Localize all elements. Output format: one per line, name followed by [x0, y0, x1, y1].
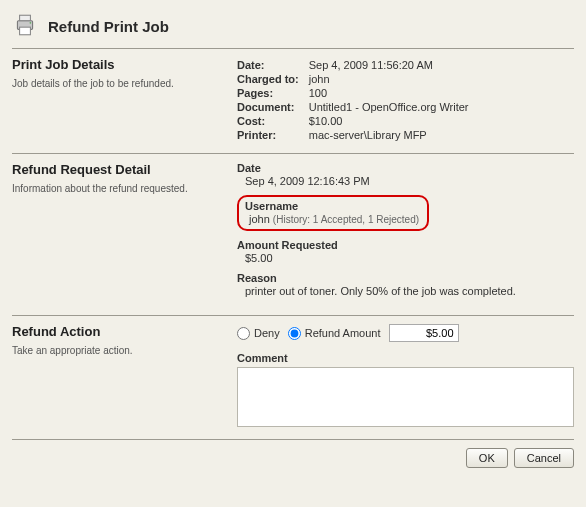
label-date: Date: — [237, 59, 309, 71]
section-desc: Job details of the job to be refunded. — [12, 78, 227, 89]
section-print-job-details: Print Job Details Job details of the job… — [12, 48, 574, 153]
value-amount-requested: $5.00 — [237, 252, 574, 264]
label-amount-requested: Amount Requested — [237, 239, 574, 251]
label-pages: Pages: — [237, 87, 309, 99]
label-charged-to: Charged to: — [237, 73, 309, 85]
username-highlight: Username john (History: 1 Accepted, 1 Re… — [237, 195, 429, 231]
radio-deny[interactable] — [237, 327, 250, 340]
section-heading: Refund Request Detail — [12, 162, 227, 177]
cancel-button[interactable]: Cancel — [514, 448, 574, 468]
label-comment: Comment — [237, 352, 574, 364]
comment-textarea[interactable] — [237, 367, 574, 427]
section-refund-request: Refund Request Detail Information about … — [12, 153, 574, 315]
refund-amount-input[interactable] — [389, 324, 459, 342]
value-reason: printer out of toner. Only 50% of the jo… — [237, 285, 574, 297]
section-heading: Refund Action — [12, 324, 227, 339]
value-pages: 100 — [309, 87, 469, 99]
radio-refund[interactable] — [288, 327, 301, 340]
svg-rect-1 — [20, 15, 31, 20]
value-username: john (History: 1 Accepted, 1 Rejected) — [245, 213, 419, 225]
value-date: Sep 4, 2009 11:56:20 AM — [309, 59, 469, 71]
label-cost: Cost: — [237, 115, 309, 127]
dialog-title: Refund Print Job — [48, 18, 169, 35]
value-charged-to: john — [309, 73, 469, 85]
dialog-header: Refund Print Job — [12, 8, 574, 48]
label-document: Document: — [237, 101, 309, 113]
section-desc: Take an appropriate action. — [12, 345, 227, 356]
username-history: (History: 1 Accepted, 1 Rejected) — [273, 214, 419, 225]
printer-icon — [12, 12, 38, 40]
label-request-date: Date — [237, 162, 574, 174]
label-printer: Printer: — [237, 129, 309, 141]
svg-rect-2 — [20, 27, 31, 35]
value-cost: $10.00 — [309, 115, 469, 127]
section-desc: Information about the refund requested. — [12, 183, 227, 194]
radio-refund-label[interactable]: Refund Amount — [288, 327, 381, 340]
value-printer: mac-server\Library MFP — [309, 129, 469, 141]
label-reason: Reason — [237, 272, 574, 284]
section-refund-action: Refund Action Take an appropriate action… — [12, 315, 574, 439]
svg-point-3 — [30, 22, 32, 24]
radio-deny-label[interactable]: Deny — [237, 327, 280, 340]
section-heading: Print Job Details — [12, 57, 227, 72]
dialog-buttons: OK Cancel — [12, 439, 574, 468]
label-username: Username — [245, 200, 419, 212]
ok-button[interactable]: OK — [466, 448, 508, 468]
value-request-date: Sep 4, 2009 12:16:43 PM — [237, 175, 574, 187]
value-document: Untitled1 - OpenOffice.org Writer — [309, 101, 469, 113]
